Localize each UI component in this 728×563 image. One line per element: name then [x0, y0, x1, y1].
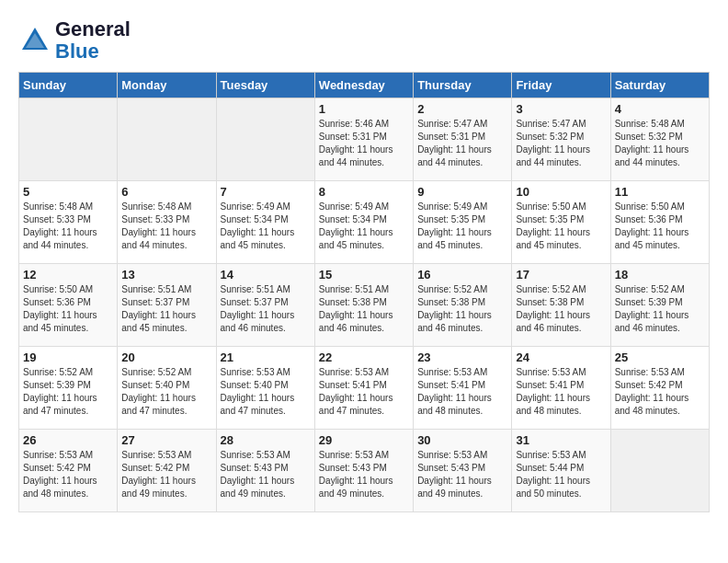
- day-cell: [610, 430, 709, 512]
- day-number: 20: [121, 350, 211, 364]
- day-info: Sunrise: 5:51 AM Sunset: 5:37 PM Dayligh…: [221, 283, 311, 335]
- day-info: Sunrise: 5:49 AM Sunset: 5:34 PM Dayligh…: [221, 201, 311, 252]
- day-number: 22: [319, 350, 409, 364]
- day-number: 26: [23, 433, 113, 447]
- day-number: 24: [516, 350, 606, 364]
- day-cell: 9Sunrise: 5:49 AM Sunset: 5:35 PM Daylig…: [414, 181, 512, 264]
- day-cell: 15Sunrise: 5:51 AM Sunset: 5:38 PM Dayli…: [314, 264, 413, 347]
- week-row-2: 5Sunrise: 5:48 AM Sunset: 5:33 PM Daylig…: [19, 181, 710, 264]
- day-info: Sunrise: 5:47 AM Sunset: 5:31 PM Dayligh…: [417, 118, 507, 169]
- day-info: Sunrise: 5:53 AM Sunset: 5:43 PM Dayligh…: [221, 449, 311, 500]
- day-cell: 21Sunrise: 5:53 AM Sunset: 5:40 PM Dayli…: [216, 347, 314, 430]
- day-cell: 7Sunrise: 5:49 AM Sunset: 5:34 PM Daylig…: [216, 181, 314, 264]
- day-cell: 1Sunrise: 5:46 AM Sunset: 5:31 PM Daylig…: [314, 98, 413, 181]
- day-cell: 2Sunrise: 5:47 AM Sunset: 5:31 PM Daylig…: [414, 98, 512, 181]
- day-cell: 18Sunrise: 5:52 AM Sunset: 5:39 PM Dayli…: [610, 264, 709, 347]
- day-cell: 30Sunrise: 5:53 AM Sunset: 5:43 PM Dayli…: [414, 430, 512, 512]
- day-info: Sunrise: 5:53 AM Sunset: 5:41 PM Dayligh…: [417, 366, 507, 418]
- day-info: Sunrise: 5:51 AM Sunset: 5:37 PM Dayligh…: [121, 283, 211, 335]
- day-info: Sunrise: 5:53 AM Sunset: 5:43 PM Dayligh…: [319, 449, 409, 500]
- day-info: Sunrise: 5:48 AM Sunset: 5:32 PM Dayligh…: [615, 118, 705, 169]
- day-info: Sunrise: 5:52 AM Sunset: 5:38 PM Dayligh…: [516, 283, 606, 335]
- day-info: Sunrise: 5:53 AM Sunset: 5:41 PM Dayligh…: [319, 366, 409, 418]
- day-cell: 11Sunrise: 5:50 AM Sunset: 5:36 PM Dayli…: [610, 181, 709, 264]
- day-info: Sunrise: 5:52 AM Sunset: 5:38 PM Dayligh…: [417, 283, 507, 335]
- day-cell: 23Sunrise: 5:53 AM Sunset: 5:41 PM Dayli…: [414, 347, 512, 430]
- day-info: Sunrise: 5:53 AM Sunset: 5:43 PM Dayligh…: [417, 449, 507, 500]
- day-info: Sunrise: 5:52 AM Sunset: 5:39 PM Dayligh…: [23, 366, 113, 418]
- day-cell: [19, 98, 118, 181]
- day-number: 3: [516, 102, 606, 116]
- day-cell: 27Sunrise: 5:53 AM Sunset: 5:42 PM Dayli…: [118, 430, 216, 512]
- day-number: 9: [417, 185, 507, 199]
- day-info: Sunrise: 5:50 AM Sunset: 5:35 PM Dayligh…: [516, 201, 606, 252]
- day-cell: 26Sunrise: 5:53 AM Sunset: 5:42 PM Dayli…: [19, 430, 118, 512]
- week-row-5: 26Sunrise: 5:53 AM Sunset: 5:42 PM Dayli…: [19, 430, 710, 512]
- day-cell: 20Sunrise: 5:52 AM Sunset: 5:40 PM Dayli…: [118, 347, 216, 430]
- day-number: 18: [615, 268, 705, 282]
- day-number: 16: [417, 268, 507, 282]
- day-number: 21: [221, 350, 311, 364]
- day-info: Sunrise: 5:53 AM Sunset: 5:42 PM Dayligh…: [121, 449, 211, 500]
- day-number: 31: [516, 433, 606, 447]
- day-number: 6: [121, 185, 211, 199]
- day-number: 14: [221, 268, 311, 282]
- day-info: Sunrise: 5:49 AM Sunset: 5:35 PM Dayligh…: [417, 201, 507, 252]
- day-number: 13: [121, 268, 211, 282]
- header-row: SundayMondayTuesdayWednesdayThursdayFrid…: [19, 73, 710, 98]
- day-number: 11: [615, 185, 705, 199]
- day-number: 19: [23, 350, 113, 364]
- day-cell: 5Sunrise: 5:48 AM Sunset: 5:33 PM Daylig…: [19, 181, 118, 264]
- day-info: Sunrise: 5:48 AM Sunset: 5:33 PM Dayligh…: [121, 201, 211, 252]
- header-cell-thursday: Thursday: [414, 73, 512, 98]
- day-cell: 28Sunrise: 5:53 AM Sunset: 5:43 PM Dayli…: [216, 430, 314, 512]
- logo-text: General Blue: [55, 18, 131, 63]
- day-number: 30: [417, 433, 507, 447]
- day-info: Sunrise: 5:46 AM Sunset: 5:31 PM Dayligh…: [319, 118, 409, 169]
- day-number: 12: [23, 268, 113, 282]
- day-info: Sunrise: 5:53 AM Sunset: 5:42 PM Dayligh…: [23, 449, 113, 500]
- day-number: 27: [121, 433, 211, 447]
- day-info: Sunrise: 5:53 AM Sunset: 5:42 PM Dayligh…: [615, 366, 705, 418]
- day-cell: 25Sunrise: 5:53 AM Sunset: 5:42 PM Dayli…: [610, 347, 709, 430]
- header-cell-sunday: Sunday: [19, 73, 118, 98]
- logo-icon: [18, 24, 51, 57]
- week-row-1: 1Sunrise: 5:46 AM Sunset: 5:31 PM Daylig…: [19, 98, 710, 181]
- header-cell-saturday: Saturday: [610, 73, 709, 98]
- day-number: 28: [221, 433, 311, 447]
- day-cell: 24Sunrise: 5:53 AM Sunset: 5:41 PM Dayli…: [512, 347, 610, 430]
- header-cell-tuesday: Tuesday: [216, 73, 314, 98]
- day-cell: 6Sunrise: 5:48 AM Sunset: 5:33 PM Daylig…: [118, 181, 216, 264]
- day-cell: 31Sunrise: 5:53 AM Sunset: 5:44 PM Dayli…: [512, 430, 610, 512]
- day-info: Sunrise: 5:49 AM Sunset: 5:34 PM Dayligh…: [319, 201, 409, 252]
- day-number: 4: [615, 102, 705, 116]
- day-info: Sunrise: 5:53 AM Sunset: 5:44 PM Dayligh…: [516, 449, 606, 500]
- day-number: 25: [615, 350, 705, 364]
- day-cell: 13Sunrise: 5:51 AM Sunset: 5:37 PM Dayli…: [118, 264, 216, 347]
- day-info: Sunrise: 5:47 AM Sunset: 5:32 PM Dayligh…: [516, 118, 606, 169]
- day-number: 10: [516, 185, 606, 199]
- day-cell: 8Sunrise: 5:49 AM Sunset: 5:34 PM Daylig…: [314, 181, 413, 264]
- day-info: Sunrise: 5:48 AM Sunset: 5:33 PM Dayligh…: [23, 201, 113, 252]
- week-row-4: 19Sunrise: 5:52 AM Sunset: 5:39 PM Dayli…: [19, 347, 710, 430]
- day-number: 7: [221, 185, 311, 199]
- day-number: 17: [516, 268, 606, 282]
- day-number: 5: [23, 185, 113, 199]
- day-cell: 14Sunrise: 5:51 AM Sunset: 5:37 PM Dayli…: [216, 264, 314, 347]
- day-cell: 12Sunrise: 5:50 AM Sunset: 5:36 PM Dayli…: [19, 264, 118, 347]
- day-number: 29: [319, 433, 409, 447]
- week-row-3: 12Sunrise: 5:50 AM Sunset: 5:36 PM Dayli…: [19, 264, 710, 347]
- day-info: Sunrise: 5:53 AM Sunset: 5:40 PM Dayligh…: [221, 366, 311, 418]
- day-cell: [216, 98, 314, 181]
- day-info: Sunrise: 5:50 AM Sunset: 5:36 PM Dayligh…: [23, 283, 113, 335]
- day-info: Sunrise: 5:51 AM Sunset: 5:38 PM Dayligh…: [319, 283, 409, 335]
- day-number: 2: [417, 102, 507, 116]
- day-cell: 17Sunrise: 5:52 AM Sunset: 5:38 PM Dayli…: [512, 264, 610, 347]
- header: General Blue: [18, 18, 710, 63]
- day-cell: [118, 98, 216, 181]
- logo: General Blue: [18, 18, 131, 63]
- day-info: Sunrise: 5:52 AM Sunset: 5:40 PM Dayligh…: [121, 366, 211, 418]
- day-number: 1: [319, 102, 409, 116]
- day-info: Sunrise: 5:53 AM Sunset: 5:41 PM Dayligh…: [516, 366, 606, 418]
- day-number: 23: [417, 350, 507, 364]
